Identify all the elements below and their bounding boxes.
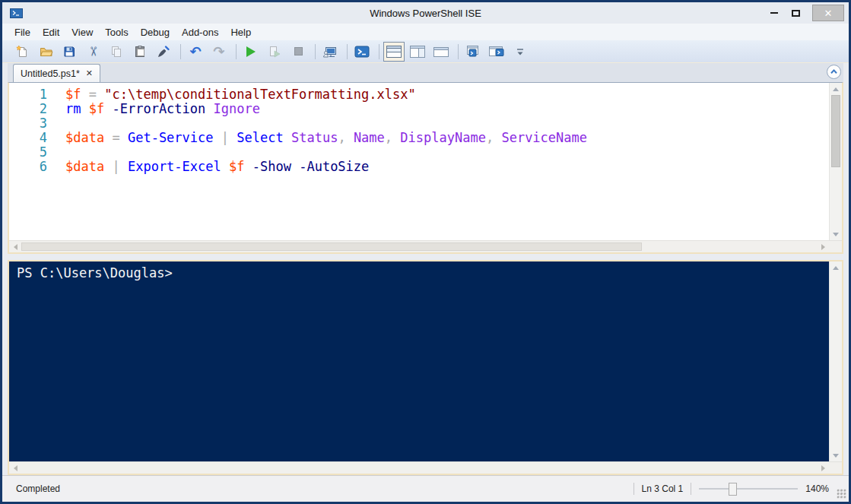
powershell-ise-window: Windows PowerShell ISE ✕ File Edit View … <box>0 0 851 504</box>
menu-help[interactable]: Help <box>224 25 257 40</box>
undo-icon: ↶ <box>189 45 201 59</box>
menu-tools[interactable]: Tools <box>99 25 134 40</box>
toolbar-separator <box>180 44 181 59</box>
pane-splitter[interactable] <box>8 254 843 260</box>
scroll-left-arrow[interactable] <box>9 465 21 471</box>
line-number: 4 <box>9 131 47 145</box>
open-script-button[interactable] <box>35 42 56 62</box>
menu-debug[interactable]: Debug <box>135 25 176 40</box>
console-horizontal-scrollbar[interactable] <box>9 461 842 474</box>
scroll-thumb[interactable] <box>831 95 840 167</box>
toolbar-separator <box>379 44 379 59</box>
zoom-slider-thumb[interactable] <box>729 483 737 496</box>
triangle-up-icon <box>833 266 839 270</box>
show-script-pane-right-button[interactable] <box>407 42 428 62</box>
new-script-icon <box>15 45 29 59</box>
open-folder-icon <box>39 45 53 59</box>
menu-file[interactable]: File <box>8 25 37 40</box>
close-button[interactable]: ✕ <box>812 5 844 21</box>
start-powershell-exe-button[interactable] <box>351 42 373 62</box>
tab-untitled5[interactable]: Untitled5.ps1* ✕ <box>13 64 100 82</box>
scroll-left-arrow[interactable] <box>9 244 21 250</box>
undo-button[interactable]: ↶ <box>185 42 206 62</box>
triangle-down-icon <box>833 233 839 236</box>
scroll-thumb[interactable] <box>21 242 642 251</box>
code-text: $f = "c:\temp\conditionalTextFormatting.… <box>65 87 416 102</box>
editor-horizontal-scrollbar[interactable] <box>9 240 842 252</box>
maximize-icon <box>792 10 800 17</box>
toolbar-overflow-button[interactable] <box>510 42 531 62</box>
toolbar-separator <box>236 44 237 59</box>
zoom-slider[interactable] <box>699 482 798 496</box>
script-pane-maximized-icon <box>433 45 449 59</box>
redo-button[interactable]: ↷ <box>208 42 230 62</box>
scroll-down-arrow[interactable] <box>830 449 842 461</box>
save-button[interactable] <box>59 42 80 62</box>
new-remote-powershell-tab-button[interactable] <box>319 42 341 62</box>
line-number: 3 <box>9 116 47 131</box>
console-pane: PS C:\Users\Douglas> <box>8 260 843 475</box>
line-number: 1 <box>9 87 47 102</box>
status-bar: Completed Ln 3 Col 1 140% <box>2 475 849 502</box>
scroll-right-arrow[interactable] <box>817 465 829 471</box>
scroll-right-arrow[interactable] <box>817 244 829 250</box>
status-right-group: Ln 3 Col 1 140% <box>626 480 849 499</box>
show-script-pane-maximized-button[interactable] <box>430 42 452 62</box>
copy-button[interactable] <box>106 42 127 62</box>
resize-grip[interactable] <box>837 489 846 499</box>
clear-console-pane-button[interactable] <box>153 42 174 62</box>
paste-button[interactable] <box>129 42 151 62</box>
line-number: 5 <box>9 145 47 160</box>
powershell-app-icon[interactable] <box>10 8 23 19</box>
tab-label: Untitled5.ps1* <box>21 68 80 79</box>
run-script-button[interactable] <box>240 42 262 62</box>
title-bar[interactable]: Windows PowerShell ISE ✕ <box>2 2 849 24</box>
clear-console-icon <box>157 45 170 59</box>
zoom-slider-track[interactable] <box>699 488 798 490</box>
menu-bar: File Edit View Tools Debug Add-ons Help <box>2 24 849 40</box>
console-prompt[interactable]: PS C:\Users\Douglas> <box>9 262 829 461</box>
stop-icon <box>294 47 303 55</box>
window-controls: ✕ <box>764 2 849 24</box>
code-text: rm $f -ErrorAction Ignore <box>65 102 260 116</box>
code-line[interactable]: 2rm $f -ErrorAction Ignore <box>9 102 829 116</box>
run-selection-button[interactable] <box>264 42 285 62</box>
scroll-up-arrow[interactable] <box>830 83 842 95</box>
code-line[interactable]: 5 <box>9 145 829 160</box>
new-script-button[interactable] <box>11 42 33 62</box>
menu-view[interactable]: View <box>65 25 99 40</box>
minimize-icon <box>770 12 778 14</box>
toolbar-separator <box>315 44 316 59</box>
code-line[interactable]: 1$f = "c:\temp\conditionalTextFormatting… <box>9 87 829 102</box>
code-line[interactable]: 4$data = Get-Service | Select Status, Na… <box>9 131 829 145</box>
scroll-up-arrow[interactable] <box>830 262 842 274</box>
code-text: $data = Get-Service | Select Status, Nam… <box>65 131 587 145</box>
triangle-left-icon <box>14 465 17 471</box>
content-area: Untitled5.ps1* ✕ 1$f = "c:\temp\conditio… <box>2 63 849 475</box>
minimize-button[interactable] <box>764 2 785 24</box>
editor-lines[interactable]: 1$f = "c:\temp\conditionalTextFormatting… <box>9 83 829 240</box>
powershell-icon <box>354 45 370 59</box>
cut-button[interactable]: ✂ <box>82 42 103 62</box>
code-line[interactable]: 3 <box>9 116 829 131</box>
show-command-add-on-button[interactable] <box>486 42 507 62</box>
menu-add-ons[interactable]: Add-ons <box>176 25 224 40</box>
show-script-pane-top-button[interactable] <box>383 42 405 62</box>
editor-vertical-scrollbar[interactable] <box>829 83 842 240</box>
collapse-script-pane-button[interactable] <box>827 65 841 79</box>
code-line[interactable]: 6$data | Export-Excel $f -Show -AutoSize <box>9 160 829 174</box>
show-command-window-button[interactable] <box>462 42 484 62</box>
scroll-track[interactable] <box>830 95 842 228</box>
stop-operation-button[interactable] <box>287 42 309 62</box>
scroll-down-arrow[interactable] <box>830 228 842 240</box>
maximize-button[interactable] <box>785 2 806 24</box>
window-title: Windows PowerShell ISE <box>2 8 849 19</box>
scroll-track[interactable] <box>830 274 842 449</box>
console-vertical-scrollbar[interactable] <box>829 262 842 461</box>
scroll-track[interactable] <box>21 241 817 252</box>
toolbar-separator <box>347 44 348 59</box>
menu-edit[interactable]: Edit <box>37 25 65 40</box>
tab-close-icon[interactable]: ✕ <box>86 68 93 78</box>
scroll-track[interactable] <box>21 462 817 474</box>
redo-icon: ↷ <box>213 45 224 59</box>
